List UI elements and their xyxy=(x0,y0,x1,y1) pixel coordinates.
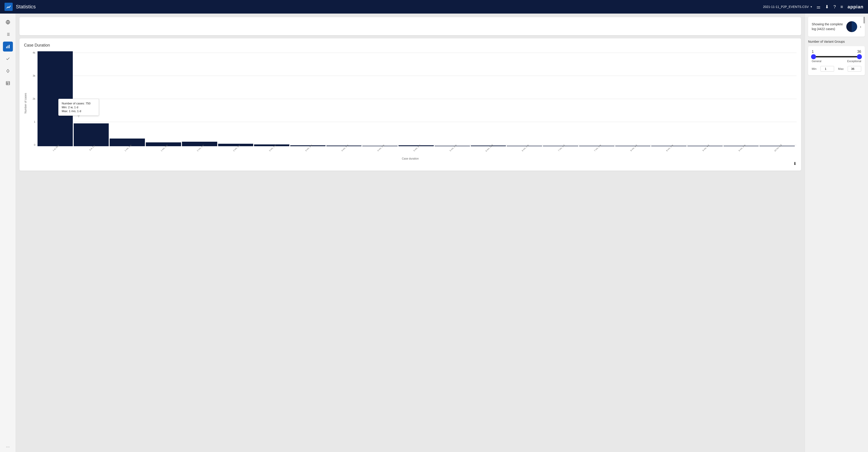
bar-group[interactable] xyxy=(146,51,181,146)
bar-group[interactable] xyxy=(37,51,73,146)
bar[interactable] xyxy=(37,51,73,146)
min-label: Min xyxy=(812,67,816,70)
variant-groups-section: Number of Variant Groups 1 36 General Ex… xyxy=(808,40,865,75)
case-duration-card: Case Duration Number of cases 4k 3k 2k 1… xyxy=(20,38,801,171)
range-slider-track[interactable] xyxy=(813,56,860,57)
bar-group[interactable] xyxy=(760,51,795,146)
bar-group[interactable] xyxy=(399,51,434,146)
bar-group[interactable] xyxy=(327,51,362,146)
bar-group[interactable] xyxy=(507,51,542,146)
bar-group[interactable] xyxy=(471,51,506,146)
svg-rect-9 xyxy=(7,46,8,49)
slider-thumb-left[interactable] xyxy=(811,54,816,59)
bar-group[interactable] xyxy=(290,51,326,146)
chevron-down-icon: ▾ xyxy=(811,5,812,8)
y-axis-label: Number of cases xyxy=(24,51,27,155)
app-header: Statistics 2021-11-11_P2P_EVENTS.CSV ▾ ⚌… xyxy=(0,0,868,13)
svg-rect-8 xyxy=(6,46,7,49)
bars-container xyxy=(36,51,797,146)
sidebar-item-check[interactable] xyxy=(3,54,13,64)
x-labels: 1 w, 20 h3 w, 2 d1 mo, 1 w1 mo, 3 w2 mo,… xyxy=(36,146,797,155)
log-info-text: Showing the complete log (4422 cases) xyxy=(812,22,845,31)
bar-group[interactable] xyxy=(651,51,686,146)
sidebar: ... xyxy=(0,13,16,452)
bar-group[interactable] xyxy=(615,51,651,146)
variant-groups-card: 1 36 General Exceptional Min Max xyxy=(808,46,865,75)
max-label: Max xyxy=(838,67,844,70)
slider-thumb-right[interactable] xyxy=(857,54,862,59)
sidebar-item-list[interactable] xyxy=(3,29,13,39)
bar-group[interactable] xyxy=(579,51,614,146)
header-icons: ⚌ ⬇ ? ≡ xyxy=(816,4,843,9)
chart-title: Case Duration xyxy=(24,43,797,48)
chart-inner: 4k 3k 2k 1 0 1 w, 20 h3 w, 2 d1 mo, 1 w1… xyxy=(29,51,797,155)
sidebar-item-table[interactable] xyxy=(3,78,13,88)
bar-group[interactable] xyxy=(687,51,723,146)
scrollbar[interactable] xyxy=(864,17,865,24)
bar-group[interactable] xyxy=(543,51,578,146)
content-area: Case Duration Number of cases 4k 3k 2k 1… xyxy=(16,13,805,452)
download-header-icon[interactable]: ⬇ xyxy=(825,4,829,9)
bar-group[interactable] xyxy=(435,51,470,146)
app-logo xyxy=(4,3,13,11)
chart-area: Number of cases 4k 3k 2k 1 0 1 w, 20 h3 … xyxy=(24,51,797,155)
sidebar-item-insights[interactable] xyxy=(3,66,13,76)
svg-rect-10 xyxy=(9,45,9,49)
log-info-card: Showing the complete log (4422 cases) › xyxy=(808,17,865,37)
filter-icon[interactable]: ⚌ xyxy=(816,4,820,9)
bar-group[interactable] xyxy=(74,51,109,146)
min-max-row: Min Max xyxy=(812,66,861,72)
top-empty-card xyxy=(20,17,801,35)
range-max-value: 36 xyxy=(857,50,861,54)
page-title: Statistics xyxy=(16,4,763,10)
svg-rect-13 xyxy=(6,82,9,85)
range-min-label: General xyxy=(812,60,822,63)
bar-group[interactable] xyxy=(254,51,289,146)
right-panel: Showing the complete log (4422 cases) › … xyxy=(805,13,868,452)
range-min-value: 1 xyxy=(812,50,814,54)
bar-group[interactable] xyxy=(182,51,217,146)
log-pie-chart xyxy=(845,20,858,33)
main-layout: ... Case Duration Number of cases 4k 3k … xyxy=(0,13,868,452)
min-input[interactable] xyxy=(820,66,834,72)
file-name: 2021-11-11_P2P_EVENTS.CSV xyxy=(763,5,809,8)
variant-groups-title: Number of Variant Groups xyxy=(808,40,865,43)
bar-group[interactable] xyxy=(110,51,145,146)
sidebar-item-navigate[interactable] xyxy=(3,17,13,27)
menu-icon[interactable]: ≡ xyxy=(840,4,843,9)
sidebar-item-statistics[interactable] xyxy=(3,41,13,52)
max-input[interactable] xyxy=(848,66,861,72)
bar-group[interactable] xyxy=(218,51,253,146)
bar-group[interactable] xyxy=(723,51,759,146)
bar-group[interactable] xyxy=(362,51,398,146)
range-labels: 1 36 xyxy=(812,50,861,54)
sidebar-more[interactable]: ... xyxy=(6,443,10,448)
log-chevron-icon[interactable]: › xyxy=(860,24,861,29)
range-descriptions: General Exceptional xyxy=(812,60,861,63)
help-icon[interactable]: ? xyxy=(833,4,836,9)
range-max-label: Exceptional xyxy=(847,60,861,63)
file-selector[interactable]: 2021-11-11_P2P_EVENTS.CSV ▾ xyxy=(763,5,812,8)
appian-brand: appian xyxy=(848,4,864,9)
